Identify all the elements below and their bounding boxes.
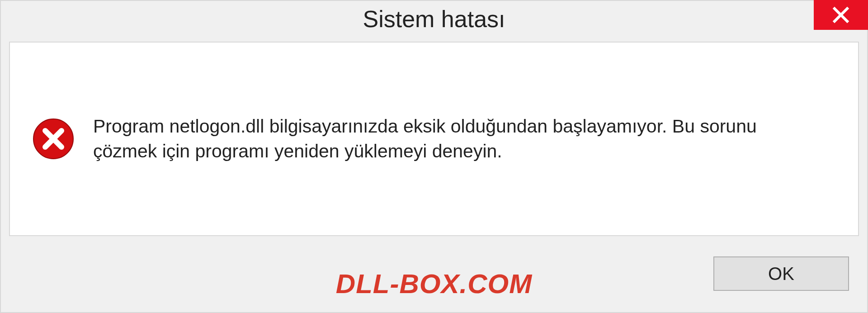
- watermark-text: DLL-BOX.COM: [336, 268, 532, 299]
- error-dialog: Sistem hatası Program netlogon.dll bilgi…: [0, 0, 868, 313]
- close-icon: [832, 6, 850, 24]
- dialog-footer: DLL-BOX.COM OK: [1, 244, 867, 312]
- dialog-title: Sistem hatası: [363, 5, 505, 33]
- content-panel: Program netlogon.dll bilgisayarınızda ek…: [9, 42, 859, 236]
- error-icon: [33, 118, 74, 160]
- ok-button[interactable]: OK: [713, 256, 849, 291]
- close-button[interactable]: [814, 0, 868, 30]
- titlebar: Sistem hatası: [1, 1, 867, 37]
- error-message: Program netlogon.dll bilgisayarınızda ek…: [93, 114, 794, 164]
